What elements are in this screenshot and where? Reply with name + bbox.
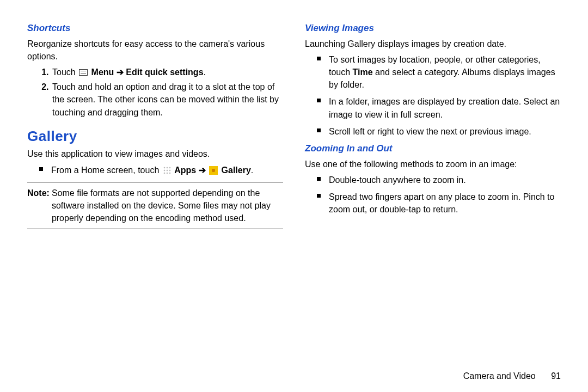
viewing-heading: Viewing Images bbox=[305, 22, 561, 35]
arrow-icon: ➔ bbox=[117, 68, 124, 77]
zoom-description: Use one of the following methods to zoom… bbox=[305, 158, 561, 170]
step1-text-prefix: Touch bbox=[52, 68, 78, 77]
zoom-bullet-1: Double-touch anywhere to zoom in. bbox=[329, 174, 561, 186]
note-box: Note: Some file formats are not supporte… bbox=[27, 182, 283, 230]
note-text: Some file formats are not supported depe… bbox=[52, 187, 283, 225]
zoom-bullets: Double-touch anywhere to zoom in. Spread… bbox=[305, 174, 561, 216]
step-2: Touch and hold an option and drag it to … bbox=[51, 81, 283, 119]
shortcuts-description: Reorganize shortcuts for easy access to … bbox=[27, 38, 283, 63]
zoom-heading: Zooming In and Out bbox=[305, 142, 561, 156]
apps-label: Apps bbox=[174, 166, 196, 175]
viewing-bullets: To sort images by location, people, or o… bbox=[305, 53, 561, 138]
gallery-description: Use this application to view images and … bbox=[27, 148, 283, 160]
shortcuts-heading: Shortcuts bbox=[27, 22, 283, 35]
viewing-bullet-3: Scroll left or right to view the next or… bbox=[329, 125, 561, 138]
bullet-prefix: From a Home screen, touch bbox=[51, 166, 162, 175]
step1-period: . bbox=[204, 68, 206, 77]
page-footer: Camera and Video 91 bbox=[27, 366, 561, 381]
manual-page: Shortcuts Reorganize shortcuts for easy … bbox=[0, 0, 588, 392]
gallery-icon bbox=[209, 166, 218, 175]
gallery-label: Gallery bbox=[222, 166, 251, 175]
left-column: Shortcuts Reorganize shortcuts for easy … bbox=[27, 22, 283, 366]
note-label: Note: bbox=[27, 187, 52, 225]
footer-section: Camera and Video bbox=[463, 371, 536, 381]
arrow-icon: ➔ bbox=[199, 166, 206, 175]
page-number: 91 bbox=[551, 371, 561, 381]
gallery-bullets: From a Home screen, touch Apps ➔ Gallery… bbox=[27, 164, 283, 176]
time-label: Time bbox=[353, 68, 373, 77]
viewing-bullet-1: To sort images by location, people, or o… bbox=[329, 53, 561, 91]
apps-icon bbox=[163, 166, 171, 174]
bullet-period: . bbox=[251, 166, 253, 175]
step1-edit-label: Edit quick settings bbox=[126, 68, 203, 77]
shortcuts-steps: Touch Menu ➔ Edit quick settings. Touch … bbox=[27, 66, 283, 119]
gallery-heading: Gallery bbox=[27, 126, 283, 147]
viewing-description: Launching Gallery displays images by cre… bbox=[305, 38, 561, 50]
step1-menu-label: Menu bbox=[91, 68, 114, 77]
right-column: Viewing Images Launching Gallery display… bbox=[305, 22, 561, 366]
zoom-bullet-2: Spread two fingers apart on any place to… bbox=[329, 191, 561, 216]
two-column-layout: Shortcuts Reorganize shortcuts for easy … bbox=[27, 22, 561, 366]
step-1: Touch Menu ➔ Edit quick settings. bbox=[51, 66, 283, 78]
gallery-nav-bullet: From a Home screen, touch Apps ➔ Gallery… bbox=[51, 164, 283, 176]
viewing-bullet-2: In a folder, images are displayed by cre… bbox=[329, 95, 561, 120]
menu-icon bbox=[79, 69, 88, 76]
